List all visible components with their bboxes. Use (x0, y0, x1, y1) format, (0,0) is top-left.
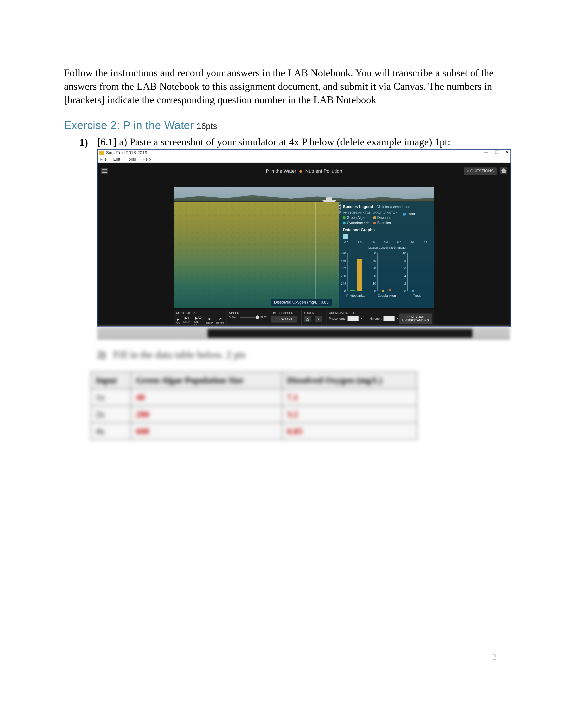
y-tick: 720 (339, 251, 346, 255)
table-header-algae: Green Algae Population Size (131, 372, 282, 389)
chart-xlabel: Phytoplankton (343, 294, 371, 297)
legend-daphnia[interactable]: Daphnia (373, 216, 401, 220)
control-panel-label: CONTROL PANEL (176, 311, 224, 315)
tool-microscope-icon[interactable]: 🔬 (304, 316, 311, 322)
phosphorus-label: Phosphorus: (329, 317, 347, 320)
control-btn-label: GO (176, 322, 180, 325)
control-btn-label: STEP 52 (194, 321, 203, 326)
time-elapsed-value: 52 Weeks (271, 316, 297, 323)
point-bosmina (389, 289, 391, 291)
control-step-1-button[interactable]: ▶1STEP 1 (183, 316, 190, 326)
minimize-button[interactable]: — (484, 150, 488, 155)
oxy-tick: 0.0 (345, 241, 349, 244)
oxy-tick: 12 (424, 241, 427, 244)
table-cell: 600 (131, 423, 282, 440)
time-elapsed-label: TIME ELAPSED (271, 311, 299, 315)
menu-file[interactable]: File (100, 157, 107, 162)
oxygen-color-swatch (343, 234, 348, 239)
test-understanding-button[interactable]: TEST YOUR UNDERSTANDING (399, 313, 432, 324)
oxygen-probe-line (315, 202, 316, 302)
stage-title-right: Nutrient Pollution (305, 168, 342, 174)
oxy-tick: 10 (411, 241, 414, 244)
chemical-inputs-label: CHEMICAL INPUTS (329, 311, 395, 315)
oxygen-axis: 0.0 2.0 4.0 6.0 8.0 10 12 (343, 241, 431, 246)
window-title: SimUText 2018-2019 (106, 150, 147, 155)
table-row: 2x2803.2 (91, 406, 417, 423)
legend-bosmina[interactable]: Bosmina (373, 221, 401, 225)
y-tick: 432 (339, 266, 346, 270)
table-header-do: Dissolved Oxygen (mg/L) (282, 372, 417, 389)
phosphorus-select[interactable] (348, 316, 359, 321)
menu-help[interactable]: Help (143, 157, 151, 162)
speed-thumb[interactable] (256, 315, 259, 319)
y-tick: 0 (339, 289, 346, 293)
legend-green-algae[interactable]: Green Algae (343, 216, 372, 220)
table-cell: 1x (91, 389, 131, 406)
y-tick: 6 (399, 266, 406, 270)
question-1-text: [6.1] a) Paste a screenshot of your simu… (97, 137, 450, 148)
boat-icon (321, 196, 338, 202)
menubar: File Edit Tools Help (98, 156, 510, 163)
stage-title-left: P in the Water (266, 168, 296, 174)
control-step-52-button[interactable]: ▶52STEP 52 (194, 316, 203, 326)
control-reset-button[interactable]: ↺RESET (216, 317, 224, 325)
speed-slider[interactable] (240, 317, 257, 318)
y-tick: 144 (339, 282, 346, 285)
chart-trout: 1086420Trout (403, 253, 431, 297)
table-cell: 4x (91, 423, 131, 440)
table-cell: 0.85 (282, 423, 417, 440)
control-btn-label: STEP 1 (183, 321, 190, 326)
bar-cyanobacteria (357, 259, 362, 291)
maximize-button[interactable]: ☐ (495, 150, 499, 155)
play-icon: ▶ (177, 317, 179, 321)
legend-title: Species Legend (343, 205, 373, 209)
y-tick: 2 (399, 282, 406, 285)
close-button[interactable]: ✕ (505, 150, 509, 155)
y-tick: 288 (339, 274, 346, 278)
speed-label: SPEED (229, 311, 266, 315)
data-and-graphs-title: Data and Graphs (343, 228, 431, 232)
nitrogen-label: Nitrogen: (370, 317, 382, 320)
y-tick: 0 (399, 289, 406, 293)
legend-col-phyto: PHYTOPLANKTON (343, 211, 372, 214)
menu-edit[interactable]: Edit (113, 157, 120, 162)
legend-cyanobacteria[interactable]: Cyanobacteria (343, 221, 372, 225)
test-btn-line1: TEST YOUR (402, 315, 429, 319)
population-size-ylabel: Population Size (338, 202, 341, 216)
play-icon: ■ (208, 317, 211, 321)
bullet-icon (300, 170, 302, 173)
legend-col-zoo: ZOOPLANKTON (373, 211, 401, 214)
y-tick: 10 (399, 251, 406, 255)
table-row: 1x407.1 (91, 389, 417, 406)
chart-xlabel: Trout (403, 294, 431, 297)
questions-button[interactable]: ≡ QUESTIONS (464, 167, 497, 175)
legend-subtitle[interactable]: Click for a description... (377, 205, 413, 209)
oxy-tick: 8.0 (397, 241, 401, 244)
menu-tools[interactable]: Tools (127, 157, 136, 162)
nitrogen-select[interactable] (384, 316, 395, 321)
exercise-heading: Exercise 2: P in the Water 16pts (64, 119, 499, 132)
lake-water: Dissolved Oxygen (mg/L): 0.85 Species Le… (174, 202, 434, 308)
speed-slow-label: SLOW (229, 316, 236, 319)
question-2-text: Fill in the data table below. 2 pts (113, 349, 246, 360)
blurred-preview: 2) Fill in the data table below. 2 pts I… (64, 349, 499, 440)
dissolved-oxygen-readout: Dissolved Oxygen (mg/L): 0.85 (271, 299, 332, 306)
table-cell: 2x (91, 406, 131, 423)
legend-trout[interactable]: Trout (403, 212, 431, 216)
control-stop-button[interactable]: ■STOP (206, 317, 213, 324)
y-tick: 50 (369, 251, 376, 255)
home-icon[interactable] (500, 167, 507, 174)
simulator-screenshot: SimUText 2018-2019 — ☐ ✕ File Edit Tools… (97, 149, 510, 327)
stage-title: P in the Water Nutrient Pollution (101, 168, 507, 174)
y-tick: 10 (369, 282, 376, 285)
control-go-button[interactable]: ▶GO (176, 317, 180, 325)
os-taskbar-ghost (97, 327, 510, 340)
point-trout (412, 290, 414, 292)
y-tick: 4 (399, 274, 406, 278)
y-tick: 576 (339, 259, 346, 263)
play-icon: ▶1 (184, 316, 189, 320)
tool-thermometer-icon[interactable]: 🌡 (315, 316, 322, 322)
question-2-number: 2) (97, 349, 105, 360)
exercise-title: Exercise 2: P in the Water (64, 119, 194, 131)
intro-paragraph: Follow the instructions and record your … (64, 66, 499, 107)
